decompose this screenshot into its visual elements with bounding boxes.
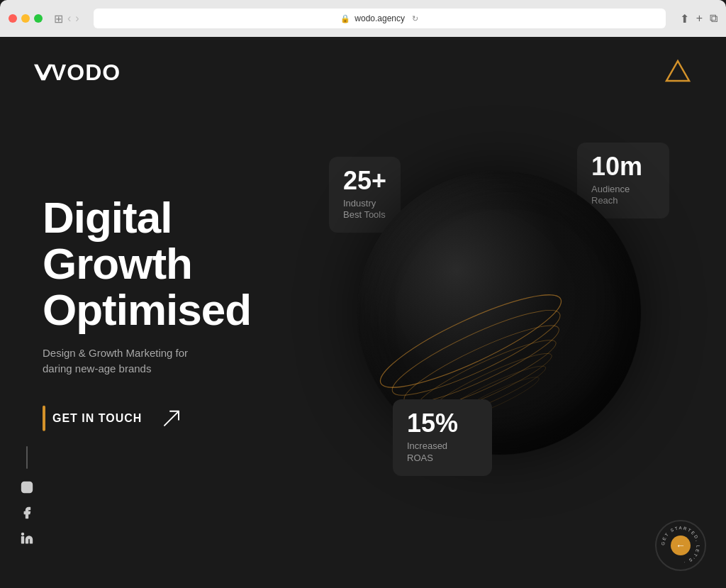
svg-point-12 bbox=[30, 484, 30, 484]
address-bar[interactable]: 🔒 wodo.agency ↻ bbox=[94, 9, 666, 28]
cta-arrow-icon[interactable] bbox=[159, 406, 184, 431]
forward-icon[interactable]: › bbox=[75, 12, 79, 25]
cta-area: GET IN TOUCH bbox=[43, 406, 251, 431]
sidebar-line bbox=[26, 446, 28, 469]
svg-rect-13 bbox=[22, 537, 24, 543]
security-icon: 🔒 bbox=[340, 14, 350, 23]
hero-subtitle: Design & Growth Marketing for daring new… bbox=[43, 345, 251, 377]
stat-tools-label: Industry Best Tools bbox=[343, 198, 386, 222]
menu-triangle-icon[interactable] bbox=[664, 57, 692, 88]
browser-controls: ⊞ ‹ › bbox=[54, 12, 79, 26]
browser-actions: ⬆ + ⧉ bbox=[680, 12, 717, 26]
svg-point-14 bbox=[22, 533, 24, 536]
tabs-icon[interactable]: ⧉ bbox=[710, 12, 717, 25]
sidebar-toggle-icon[interactable]: ⊞ bbox=[54, 12, 63, 26]
website-content: VODO Digital Growth Optimised Design & G… bbox=[0, 37, 726, 588]
sphere-section: 25+ Industry Best Tools 10m Audience Rea… bbox=[329, 135, 669, 490]
stat-audience-number: 10m bbox=[591, 154, 655, 179]
hero-section: Digital Growth Optimised Design & Growth… bbox=[43, 194, 251, 431]
stat-tools-number: 25+ bbox=[343, 168, 386, 194]
traffic-lights bbox=[9, 14, 43, 23]
cta-button[interactable]: GET IN TOUCH bbox=[43, 406, 142, 431]
instagram-icon[interactable] bbox=[20, 480, 34, 494]
facebook-icon[interactable] bbox=[20, 506, 34, 520]
svg-marker-1 bbox=[666, 61, 689, 81]
reload-icon[interactable]: ↻ bbox=[412, 14, 418, 23]
stat-roas-label: Increased ROAS bbox=[407, 440, 478, 465]
back-icon[interactable]: ‹ bbox=[67, 12, 71, 25]
stat-card-roas: 15% Increased ROAS bbox=[393, 399, 492, 476]
browser-chrome: ⊞ ‹ › 🔒 wodo.agency ↻ ⬆ + ⧉ bbox=[0, 0, 726, 37]
svg-point-11 bbox=[25, 485, 30, 490]
social-sidebar bbox=[20, 446, 34, 545]
maximize-button[interactable] bbox=[34, 14, 43, 23]
cta-label: GET IN TOUCH bbox=[52, 412, 142, 425]
badge-arrow-icon: ← bbox=[671, 536, 691, 555]
svg-line-2 bbox=[164, 411, 179, 426]
url-display: wodo.agency bbox=[354, 13, 405, 23]
stat-audience-label: Audience Reach bbox=[591, 184, 655, 208]
cta-accent-bar bbox=[43, 406, 45, 431]
stat-roas-number: 15% bbox=[407, 411, 478, 436]
navigation: VODO bbox=[0, 37, 726, 108]
share-icon[interactable]: ⬆ bbox=[680, 12, 689, 26]
svg-point-4 bbox=[385, 296, 568, 408]
get-started-badge[interactable]: GET STARTED, LET'S · ← bbox=[655, 520, 706, 571]
svg-marker-0 bbox=[34, 65, 52, 81]
logo-icon bbox=[34, 63, 52, 82]
hero-heading: Digital Growth Optimised bbox=[43, 194, 251, 332]
svg-point-3 bbox=[372, 279, 569, 402]
new-tab-icon[interactable]: + bbox=[696, 12, 703, 25]
logo-text: VODO bbox=[51, 60, 121, 86]
logo[interactable]: VODO bbox=[34, 60, 121, 86]
minimize-button[interactable] bbox=[21, 14, 30, 23]
linkedin-icon[interactable] bbox=[20, 531, 34, 545]
close-button[interactable] bbox=[9, 14, 17, 23]
